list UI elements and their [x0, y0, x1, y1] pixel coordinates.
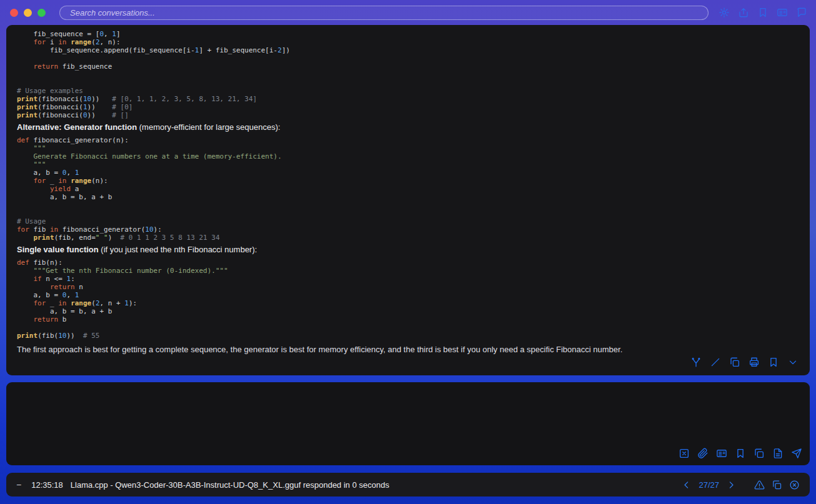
code-line: """ — [17, 161, 801, 169]
copy-icon[interactable] — [772, 480, 782, 490]
titlebar-toolbar — [719, 7, 807, 18]
code-line: return b — [17, 315, 801, 324]
bookmark-icon[interactable] — [757, 7, 769, 18]
code-line: if n <= 1: — [17, 275, 801, 283]
chevron-left-icon[interactable] — [681, 480, 692, 490]
code-line: print(fib, end=" ") # 0 1 1 2 3 5 8 13 2… — [17, 234, 801, 242]
zoom-window-button[interactable] — [37, 9, 46, 17]
code-line: a, b = 0, 1 — [17, 169, 801, 177]
upload-icon[interactable] — [738, 7, 749, 18]
status-toolbar — [754, 480, 800, 490]
code-line: for i in range(2, n): — [17, 38, 801, 46]
collapse-button[interactable]: − — [16, 480, 21, 490]
close-window-button[interactable] — [10, 9, 18, 17]
pencil-icon[interactable] — [710, 357, 721, 368]
paragraph: The first approach is best for getting a… — [17, 345, 801, 355]
code-line: a, b = b, a + b — [17, 307, 801, 315]
code-line: """Get the nth Fibonacci number (0-index… — [17, 267, 801, 275]
message-counter: 27/27 — [699, 480, 719, 490]
printer-icon[interactable] — [749, 357, 760, 368]
chat-panel: fib_sequence = [0, 1] for i in range(2, … — [6, 25, 810, 375]
code-line: a, b = 0, 1 — [17, 291, 801, 299]
file-icon[interactable] — [772, 448, 784, 459]
code-line — [17, 209, 801, 217]
warning-icon[interactable] — [754, 480, 765, 490]
copy-icon[interactable] — [729, 357, 740, 368]
status-bar: − 12:35:18 Llama.cpp - Qwen3-Coder-30B-A… — [6, 473, 810, 497]
code-line — [17, 201, 801, 209]
code-line: def fib(n): — [17, 259, 801, 267]
composer-toolbar — [14, 448, 802, 459]
gear-icon[interactable] — [719, 7, 730, 18]
code-line: return fib_sequence — [17, 62, 801, 71]
traffic-lights — [10, 9, 46, 17]
bookmark-icon[interactable] — [735, 448, 746, 459]
search-input[interactable] — [59, 6, 709, 20]
code-line: yield a — [17, 185, 801, 193]
section-heading: Alternative: Generator function (memory-… — [17, 122, 801, 132]
status-right: 27/27 — [681, 480, 800, 490]
message-input[interactable] — [14, 388, 802, 448]
code-line: Generate Fibonacci numbers one at a time… — [17, 152, 801, 161]
chat-bubble-icon[interactable] — [796, 7, 807, 18]
titlebar — [0, 0, 816, 25]
code-line: return n — [17, 283, 801, 291]
card-icon[interactable] — [716, 448, 727, 459]
chevron-down-icon[interactable] — [787, 357, 799, 368]
code-line: fib_sequence.append(fib_sequence[i-1] + … — [17, 46, 801, 54]
code-line: for _ in range(2, n + 1): — [17, 299, 801, 307]
code-line — [17, 79, 801, 87]
circle-x-icon[interactable] — [789, 480, 800, 490]
paperclip-icon[interactable] — [697, 448, 709, 459]
x-square-icon[interactable] — [679, 448, 690, 459]
status-time: 12:35:18 — [31, 480, 63, 490]
composer-panel — [6, 382, 810, 465]
minimize-window-button[interactable] — [24, 9, 32, 17]
code-line: fib_sequence = [0, 1] — [17, 30, 801, 38]
send-icon[interactable] — [791, 448, 802, 459]
code-line: print(fibonacci(0)) # [] — [17, 111, 801, 119]
card-icon[interactable] — [777, 7, 788, 18]
code-line: for _ in range(n): — [17, 177, 801, 185]
status-text: Llama.cpp - Qwen3-Coder-30B-A3B-Instruct… — [71, 480, 389, 490]
message-actions — [17, 357, 801, 370]
code-line: # Usage examples — [17, 87, 801, 95]
message-content: fib_sequence = [0, 1] for i in range(2, … — [17, 30, 801, 355]
code-line: a, b = b, a + b — [17, 193, 801, 201]
code-line: print(fib(10)) # 55 — [17, 332, 801, 340]
code-line: for fib in fibonacci_generator(10): — [17, 225, 801, 234]
code-line — [17, 324, 801, 332]
code-line: print(fibonacci(1)) # [0] — [17, 103, 801, 111]
code-line: print(fibonacci(10)) # [0, 1, 1, 2, 3, 5… — [17, 95, 801, 103]
code-line — [17, 71, 801, 79]
chevron-right-icon[interactable] — [726, 480, 737, 490]
section-heading: Single value function (if you just need … — [17, 245, 801, 255]
code-line: def fibonacci_generator(n): — [17, 136, 801, 144]
bookmark-icon[interactable] — [768, 357, 779, 368]
code-line — [17, 54, 801, 62]
fork-icon[interactable] — [690, 357, 702, 368]
code-line: """ — [17, 144, 801, 152]
code-line: # Usage — [17, 217, 801, 225]
copy-icon[interactable] — [754, 448, 765, 459]
